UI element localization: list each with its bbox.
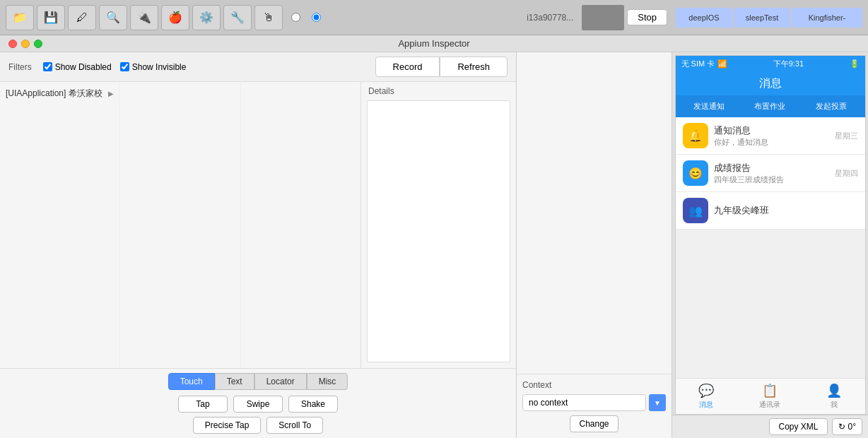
context-spacer: [517, 52, 671, 374]
apple-icon-btn[interactable]: 🍎: [161, 5, 189, 30]
context-section: Context no context ▼ Change: [517, 374, 671, 438]
action-buttons-row2: Precise Tap Scroll To: [8, 417, 508, 434]
phone-action-assign[interactable]: 布置作业: [754, 101, 785, 112]
profile-icon: 👤: [826, 383, 842, 398]
item-name-1: 成绩报告: [714, 162, 829, 174]
avatar-0: 🔔: [683, 123, 708, 148]
phone-carrier: 无 SIM 卡: [681, 59, 715, 69]
item-date-0: 星期三: [835, 131, 858, 141]
messages-icon: 💬: [698, 383, 714, 398]
rotate-button[interactable]: ↻ 0°: [832, 418, 862, 435]
context-label: Context: [522, 380, 666, 390]
pointer-icon-btn[interactable]: 🖱: [254, 5, 283, 30]
tap-button[interactable]: Tap: [178, 396, 228, 413]
tab-kingfisher[interactable]: Kingfisher-: [792, 8, 862, 28]
show-disabled-checkbox[interactable]: Show Disabled: [43, 62, 112, 72]
item-name-0: 通知消息: [714, 124, 829, 137]
tree-expand-arrow[interactable]: ▶: [108, 90, 114, 97]
phone-app-header: 消息: [676, 72, 865, 95]
context-select[interactable]: no context: [522, 394, 646, 411]
record-refresh-group: Record Refresh: [375, 57, 508, 77]
action-tabs: Touch Text Locator Misc: [8, 373, 508, 390]
item-sub-1: 四年级三班成绩报告: [714, 174, 829, 185]
plug-icon-btn[interactable]: 🔌: [130, 5, 158, 30]
nav-label-messages: 消息: [699, 400, 713, 410]
phone-time: 下午9:31: [773, 59, 804, 69]
item-info-1: 成绩报告 四年级三班成绩报告: [714, 162, 829, 185]
item-date-1: 星期四: [835, 168, 858, 179]
contacts-icon: 📋: [762, 383, 778, 398]
context-panel: Context no context ▼ Change: [517, 52, 672, 438]
tab-text[interactable]: Text: [215, 373, 254, 390]
phone-action-vote[interactable]: 发起投票: [816, 101, 847, 112]
details-side-panel: Details: [360, 82, 516, 368]
search-icon-btn[interactable]: 🔍: [99, 5, 127, 30]
copy-xml-button[interactable]: Copy XML: [769, 418, 827, 435]
code-icon-btn[interactable]: 🖊: [68, 5, 96, 30]
phone-wifi-icon: 📶: [717, 59, 727, 69]
tab-sleeptest[interactable]: sleepTest: [734, 8, 790, 28]
phone-action-row: 发送通知 布置作业 发起投票: [676, 95, 865, 117]
item-name-2: 九年级尖峰班: [714, 204, 858, 217]
list-item-1[interactable]: 😊 成绩报告 四年级三班成绩报告 星期四: [676, 155, 865, 192]
phone-header-title: 消息: [759, 77, 782, 89]
maximize-button[interactable]: [34, 40, 42, 48]
item-info-0: 通知消息 你好，通知消息: [714, 124, 829, 148]
tab-deepios[interactable]: deepIOS: [676, 8, 732, 28]
list-item-0[interactable]: 🔔 通知消息 你好，通知消息 星期三: [676, 117, 865, 155]
precise-tap-button[interactable]: Precise Tap: [193, 417, 261, 434]
element-tree: [UIAApplication] 希沃家校 ▶: [0, 82, 360, 368]
minimize-button[interactable]: [21, 40, 30, 48]
tree-column-2: [120, 82, 240, 368]
context-select-row: no context ▼: [522, 394, 666, 411]
item-info-2: 九年级尖峰班: [714, 204, 858, 217]
phone-bottom-actions: Copy XML ↻ 0°: [672, 415, 868, 438]
phone-battery-icon: 🔋: [850, 59, 860, 69]
phone-action-notify[interactable]: 发送通知: [693, 101, 725, 112]
tree-column-1: [UIAApplication] 希沃家校 ▶: [0, 82, 120, 368]
swipe-button[interactable]: Swipe: [233, 396, 283, 413]
phone-bottom-bar: 💬 消息 📋 通讯录 👤 我: [676, 378, 865, 414]
nav-label-contacts: 通讯录: [759, 400, 780, 410]
show-invisible-checkbox[interactable]: Show Invisible: [120, 62, 187, 72]
phone-nav-contacts[interactable]: 📋 通讯录: [759, 383, 780, 410]
tree-item-uiaapplication[interactable]: [UIAApplication] 希沃家校 ▶: [0, 85, 119, 102]
nav-label-profile: 我: [831, 400, 838, 410]
phone-panel: 无 SIM 卡 📶 下午9:31 🔋 消息 发送通知 布置作业 发起投票: [672, 52, 868, 438]
shake-button[interactable]: Shake: [288, 396, 338, 413]
action-buttons-row1: Tap Swipe Shake: [8, 396, 508, 413]
details-box: [367, 100, 510, 362]
tab-touch[interactable]: Touch: [168, 373, 215, 390]
device-preview-thumbnail: [582, 5, 624, 30]
tree-column-3: [241, 82, 360, 368]
rotate-icon: ↻: [838, 422, 845, 432]
wrench-icon-btn[interactable]: 🔧: [223, 5, 252, 30]
traffic-lights: [8, 40, 42, 48]
avatar-2: 👥: [683, 198, 708, 223]
folder-icon-btn[interactable]: 📁: [6, 5, 34, 30]
scroll-to-button[interactable]: Scroll To: [266, 417, 323, 434]
filters-label: Filters: [8, 62, 32, 72]
phone-status-bar: 无 SIM 卡 📶 下午9:31 🔋: [676, 56, 865, 72]
phone-screen: 无 SIM 卡 📶 下午9:31 🔋 消息 发送通知 布置作业 发起投票: [675, 55, 866, 415]
phone-status-left: 无 SIM 卡 📶: [681, 59, 728, 69]
close-button[interactable]: [8, 40, 17, 48]
item-sub-0: 你好，通知消息: [714, 137, 829, 148]
refresh-button[interactable]: Refresh: [440, 57, 508, 77]
save-icon-btn[interactable]: 💾: [37, 5, 65, 30]
phone-status-right: 🔋: [850, 59, 860, 69]
context-dropdown-arrow[interactable]: ▼: [649, 394, 666, 411]
action-bar: Touch Text Locator Misc Tap Swipe Shake …: [0, 368, 516, 438]
phone-nav-profile[interactable]: 👤 我: [826, 383, 842, 410]
details-label: Details: [361, 82, 516, 100]
phone-nav-messages[interactable]: 💬 消息: [698, 383, 714, 410]
gear-icon-btn[interactable]: ⚙️: [192, 5, 221, 30]
tab-misc[interactable]: Misc: [307, 373, 348, 390]
rotate-label: 0°: [848, 422, 856, 432]
tab-locator[interactable]: Locator: [254, 373, 307, 390]
stop-button[interactable]: Stop: [627, 9, 667, 25]
record-button[interactable]: Record: [375, 57, 440, 77]
change-button[interactable]: Change: [570, 415, 618, 432]
list-item-2[interactable]: 👥 九年级尖峰班: [676, 192, 865, 230]
avatar-1: 😊: [683, 160, 708, 186]
